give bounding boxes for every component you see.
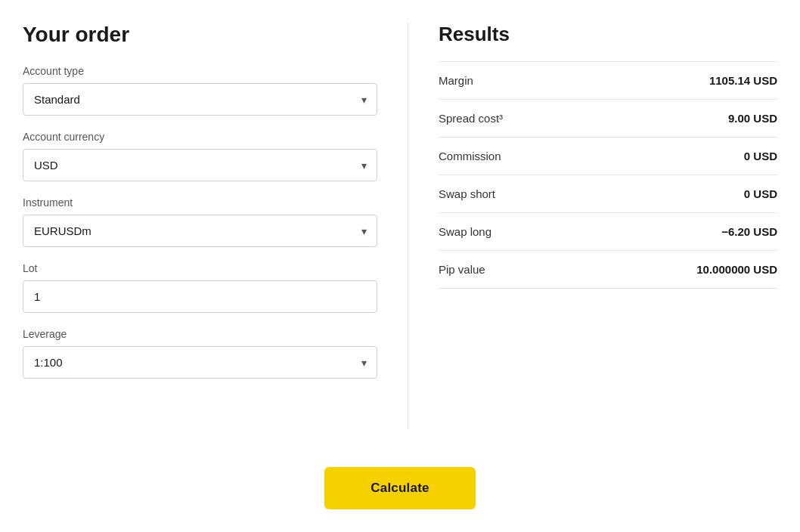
result-label: Swap long xyxy=(439,225,491,238)
page-title: Your order xyxy=(23,23,377,47)
account-type-select[interactable]: Standard ECN Pro xyxy=(23,83,377,116)
lot-input[interactable] xyxy=(23,280,377,313)
instrument-wrapper: EURUSDm EURUSD GBPUSD USDJPY ▾ xyxy=(23,215,377,247)
leverage-field: Leverage 1:100 1:50 1:200 1:500 ▾ xyxy=(23,328,377,379)
page-container: Your order Account type Standard ECN Pro… xyxy=(0,0,800,532)
result-row: Swap short0 USD xyxy=(439,175,777,213)
result-row: Commission0 USD xyxy=(439,138,777,175)
instrument-field: Instrument EURUSDm EURUSD GBPUSD USDJPY … xyxy=(23,196,377,247)
footer-area: Calculate xyxy=(0,444,800,532)
lot-field: Lot xyxy=(23,262,377,313)
result-row: Swap long−6.20 USD xyxy=(439,213,777,251)
leverage-wrapper: 1:100 1:50 1:200 1:500 ▾ xyxy=(23,346,377,379)
result-value: 10.000000 USD xyxy=(696,263,777,276)
instrument-select[interactable]: EURUSDm EURUSD GBPUSD USDJPY xyxy=(23,215,377,247)
result-value: 0 USD xyxy=(744,187,777,200)
account-currency-label: Account currency xyxy=(23,131,377,143)
account-type-wrapper: Standard ECN Pro ▾ xyxy=(23,83,377,116)
leverage-label: Leverage xyxy=(23,328,377,340)
account-currency-field: Account currency USD EUR GBP AUD ▾ xyxy=(23,131,377,181)
instrument-label: Instrument xyxy=(23,196,377,209)
leverage-select[interactable]: 1:100 1:50 1:200 1:500 xyxy=(23,346,377,379)
right-panel: Results Margin1105.14 USDSpread cost³9.0… xyxy=(408,23,777,429)
result-value: 1105.14 USD xyxy=(709,74,777,87)
result-value: 9.00 USD xyxy=(728,112,777,125)
calculate-button[interactable]: Calculate xyxy=(324,467,476,509)
results-title: Results xyxy=(439,23,777,46)
account-type-field: Account type Standard ECN Pro ▾ xyxy=(23,65,377,116)
result-label: Swap short xyxy=(439,187,495,200)
main-content: Your order Account type Standard ECN Pro… xyxy=(0,0,800,444)
result-row: Spread cost³9.00 USD xyxy=(439,100,777,138)
result-label: Spread cost³ xyxy=(439,112,503,125)
account-type-label: Account type xyxy=(23,65,377,77)
result-label: Margin xyxy=(439,74,473,87)
result-value: 0 USD xyxy=(744,150,777,162)
results-list: Margin1105.14 USDSpread cost³9.00 USDCom… xyxy=(439,61,777,289)
result-value: −6.20 USD xyxy=(721,225,777,238)
lot-label: Lot xyxy=(23,262,377,274)
left-panel: Your order Account type Standard ECN Pro… xyxy=(23,23,408,429)
result-row: Margin1105.14 USD xyxy=(439,61,777,100)
result-label: Pip value xyxy=(439,263,485,276)
account-currency-wrapper: USD EUR GBP AUD ▾ xyxy=(23,149,377,181)
result-label: Commission xyxy=(439,150,501,162)
account-currency-select[interactable]: USD EUR GBP AUD xyxy=(23,149,377,181)
result-row: Pip value10.000000 USD xyxy=(439,251,777,289)
